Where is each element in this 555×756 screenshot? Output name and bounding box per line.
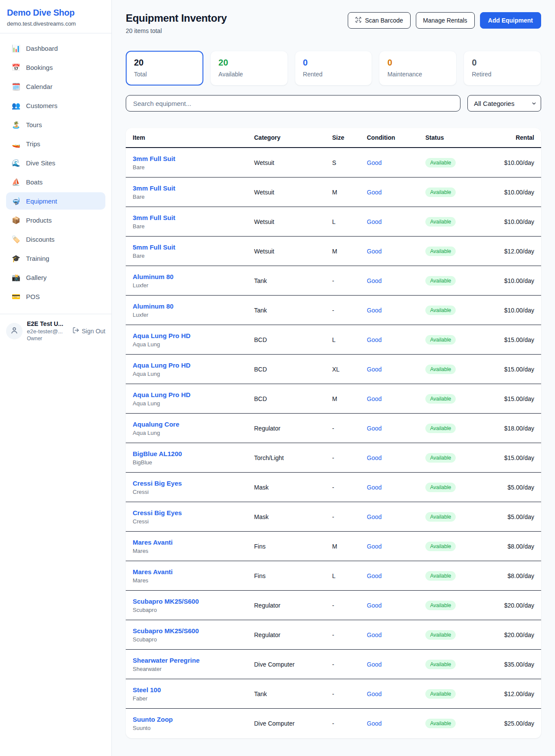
item-cell: Scubapro MK25/S600 Scubapro — [133, 627, 254, 643]
item-condition-link[interactable]: Good — [367, 159, 425, 166]
table-row[interactable]: Scubapro MK25/S600 Scubapro Regulator - … — [126, 591, 541, 620]
item-name-link[interactable]: Cressi Big Eyes — [133, 509, 254, 516]
item-condition-link[interactable]: Good — [367, 484, 425, 491]
sidebar-item-dive-sites[interactable]: 🌊 Dive Sites — [6, 154, 105, 171]
item-size: L — [332, 218, 367, 225]
brand-name[interactable]: Demo Dive Shop — [7, 8, 104, 18]
item-name-link[interactable]: 3mm Full Suit — [133, 214, 254, 221]
sidebar-item-customers[interactable]: 👥 Customers — [6, 97, 105, 114]
sidebar-item-equipment[interactable]: 🤿 Equipment — [6, 192, 105, 210]
item-name-link[interactable]: Aqualung Core — [133, 421, 254, 428]
item-name-link[interactable]: Aqua Lung Pro HD — [133, 332, 254, 339]
table-row[interactable]: 5mm Full Suit Bare Wetsuit M Good Availa… — [126, 237, 541, 266]
item-condition-link[interactable]: Good — [367, 395, 425, 402]
sidebar-item-trips[interactable]: 🚤 Trips — [6, 135, 105, 152]
table-row[interactable]: Aqualung Core Aqua Lung Regulator - Good… — [126, 414, 541, 443]
item-condition-link[interactable]: Good — [367, 720, 425, 727]
table-row[interactable]: Cressi Big Eyes Cressi Mask - Good Avail… — [126, 502, 541, 532]
sidebar-item-calendar[interactable]: 🗓️ Calendar — [6, 78, 105, 95]
search-input[interactable] — [126, 95, 460, 112]
stat-value: 20 — [219, 58, 280, 68]
sidebar-item-gallery[interactable]: 📸 Gallery — [6, 269, 105, 286]
category-select[interactable]: All Categories — [467, 95, 541, 112]
stat-card-available[interactable]: 20 Available — [210, 51, 288, 85]
item-name-link[interactable]: Aqua Lung Pro HD — [133, 362, 254, 369]
item-name-link[interactable]: Suunto Zoop — [133, 716, 254, 723]
table-row[interactable]: Aluminum 80 Luxfer Tank - Good Available… — [126, 266, 541, 296]
item-name-link[interactable]: 3mm Full Suit — [133, 155, 254, 162]
stat-card-maintenance[interactable]: 0 Maintenance — [379, 51, 457, 85]
item-condition-link[interactable]: Good — [367, 602, 425, 609]
item-condition-link[interactable]: Good — [367, 277, 425, 284]
table-row[interactable]: Mares Avanti Mares Fins L Good Available… — [126, 561, 541, 591]
add-equipment-button[interactable]: Add Equipment — [480, 12, 541, 29]
training-icon: 🎓 — [12, 254, 20, 263]
item-condition-link[interactable]: Good — [367, 572, 425, 579]
table-row[interactable]: Scubapro MK25/S600 Scubapro Regulator - … — [126, 620, 541, 650]
sidebar-item-label: Gallery — [26, 274, 47, 281]
item-name-link[interactable]: Cressi Big Eyes — [133, 480, 254, 487]
sidebar-item-dashboard[interactable]: 📊 Dashboard — [6, 39, 105, 57]
sidebar-item-boats[interactable]: ⛵ Boats — [6, 173, 105, 191]
item-name-link[interactable]: Scubapro MK25/S600 — [133, 627, 254, 634]
table-row[interactable]: 3mm Full Suit Bare Wetsuit S Good Availa… — [126, 148, 541, 177]
item-name-link[interactable]: Shearwater Peregrine — [133, 657, 254, 664]
table-row[interactable]: 3mm Full Suit Bare Wetsuit M Good Availa… — [126, 177, 541, 207]
item-name-link[interactable]: 5mm Full Suit — [133, 243, 254, 251]
item-name-link[interactable]: Mares Avanti — [133, 568, 254, 575]
item-name-link[interactable]: Aluminum 80 — [133, 302, 254, 310]
item-condition-link[interactable]: Good — [367, 631, 425, 638]
table-row[interactable]: Mares Avanti Mares Fins M Good Available… — [126, 532, 541, 561]
item-condition-link[interactable]: Good — [367, 366, 425, 373]
table-row[interactable]: Cressi Big Eyes Cressi Mask - Good Avail… — [126, 473, 541, 502]
item-brand: Bare — [133, 253, 254, 259]
item-name-link[interactable]: Steel 100 — [133, 686, 254, 694]
stat-card-total[interactable]: 20 Total — [126, 51, 203, 85]
item-name-link[interactable]: 3mm Full Suit — [133, 184, 254, 192]
item-name-link[interactable]: Aluminum 80 — [133, 273, 254, 280]
table-row[interactable]: Aqua Lung Pro HD Aqua Lung BCD M Good Av… — [126, 384, 541, 414]
item-condition-link[interactable]: Good — [367, 189, 425, 196]
item-condition-link[interactable]: Good — [367, 336, 425, 343]
stat-card-retired[interactable]: 0 Retired — [464, 51, 541, 85]
item-name-link[interactable]: Mares Avanti — [133, 539, 254, 546]
item-condition-link[interactable]: Good — [367, 454, 425, 461]
table-row[interactable]: 3mm Full Suit Bare Wetsuit L Good Availa… — [126, 207, 541, 237]
item-condition-link[interactable]: Good — [367, 513, 425, 520]
stat-label: Total — [134, 71, 195, 78]
sidebar-item-training[interactable]: 🎓 Training — [6, 250, 105, 267]
stat-card-rented[interactable]: 0 Rented — [295, 51, 372, 85]
item-rental-rate: $20.00/day — [495, 631, 534, 638]
sidebar-item-bookings[interactable]: 📅 Bookings — [6, 59, 105, 76]
item-condition-link[interactable]: Good — [367, 661, 425, 668]
item-brand: Bare — [133, 194, 254, 200]
item-name-link[interactable]: Aqua Lung Pro HD — [133, 391, 254, 398]
status-cell: Available — [425, 630, 495, 640]
sidebar-item-pos[interactable]: 💳 POS — [6, 288, 105, 305]
item-brand: BigBlue — [133, 459, 254, 466]
table-row[interactable]: Aqua Lung Pro HD Aqua Lung BCD L Good Av… — [126, 325, 541, 355]
table-row[interactable]: Shearwater Peregrine Shearwater Dive Com… — [126, 650, 541, 679]
manage-rentals-button[interactable]: Manage Rentals — [416, 12, 475, 29]
scan-barcode-button[interactable]: Scan Barcode — [348, 12, 411, 29]
item-condition-link[interactable]: Good — [367, 307, 425, 314]
item-condition-link[interactable]: Good — [367, 543, 425, 550]
item-name-link[interactable]: BigBlue AL1200 — [133, 450, 254, 457]
sidebar-item-discounts[interactable]: 🏷️ Discounts — [6, 230, 105, 248]
sidebar-item-products[interactable]: 📦 Products — [6, 211, 105, 229]
item-condition-link[interactable]: Good — [367, 425, 425, 432]
sidebar-item-label: Discounts — [26, 236, 55, 243]
table-row[interactable]: Steel 100 Faber Tank - Good Available $1… — [126, 679, 541, 709]
table-row[interactable]: Aluminum 80 Luxfer Tank - Good Available… — [126, 296, 541, 325]
item-condition-link[interactable]: Good — [367, 690, 425, 697]
sidebar-item-tours[interactable]: 🏝️ Tours — [6, 116, 105, 133]
item-cell: Suunto Zoop Suunto — [133, 716, 254, 731]
item-name-link[interactable]: Scubapro MK25/S600 — [133, 598, 254, 605]
item-size: - — [332, 307, 367, 314]
table-row[interactable]: Aqua Lung Pro HD Aqua Lung BCD XL Good A… — [126, 355, 541, 384]
item-condition-link[interactable]: Good — [367, 248, 425, 255]
table-row[interactable]: BigBlue AL1200 BigBlue Torch/Light - Goo… — [126, 443, 541, 473]
item-condition-link[interactable]: Good — [367, 218, 425, 225]
table-row[interactable]: Suunto Zoop Suunto Dive Computer - Good … — [126, 709, 541, 738]
sign-out-button[interactable]: Sign Out — [72, 327, 105, 335]
